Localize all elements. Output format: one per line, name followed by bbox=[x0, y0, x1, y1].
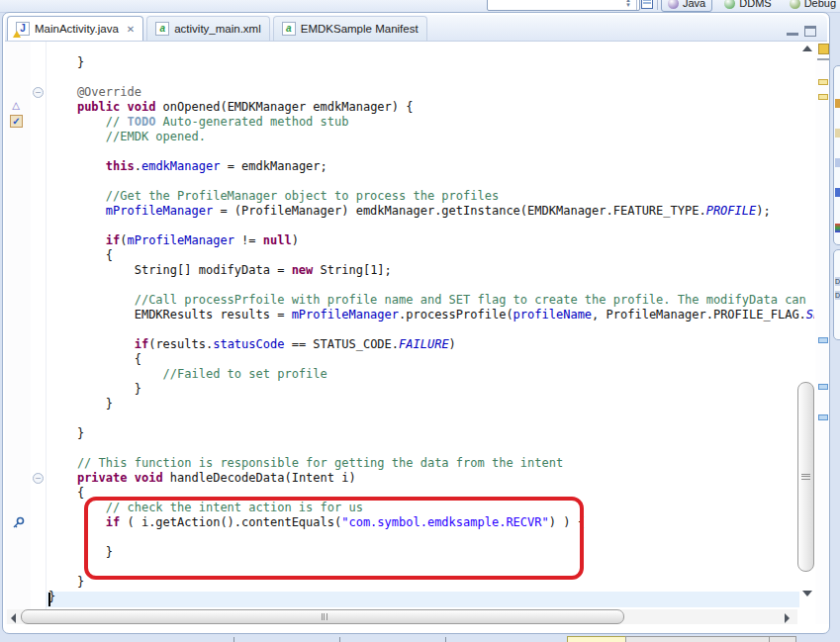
toolbar-separator bbox=[657, 0, 658, 10]
tab-activity-main-xml[interactable]: a activity_main.xml bbox=[146, 16, 270, 41]
code-line: } bbox=[48, 397, 814, 412]
code-line bbox=[48, 322, 814, 337]
status-separator bbox=[233, 637, 234, 642]
code-line: //Failed to set profile bbox=[48, 367, 814, 382]
warning-overview-marker-icon[interactable] bbox=[818, 79, 828, 85]
collapsed-view-bar: D D bbox=[833, 12, 840, 634]
fold-collapse-icon[interactable]: – bbox=[33, 473, 44, 484]
code-line: } bbox=[48, 590, 814, 604]
view-icon[interactable] bbox=[835, 188, 840, 197]
code-line: { bbox=[48, 352, 814, 367]
code-line: //EMDK opened. bbox=[48, 130, 814, 144]
open-perspective-icon[interactable] bbox=[641, 0, 653, 9]
perspective-icon bbox=[724, 0, 735, 9]
toolbar-separator bbox=[636, 0, 637, 10]
horizontal-scrollbar bbox=[7, 609, 797, 624]
info-overview-marker-icon[interactable] bbox=[818, 384, 828, 390]
perspective-button-java[interactable]: Java bbox=[661, 0, 712, 12]
minimize-view-button[interactable] bbox=[786, 26, 799, 37]
code-line bbox=[48, 278, 814, 293]
code-line: //Get the ProfileManager object to proce… bbox=[48, 189, 814, 204]
warning-overlay-icon bbox=[13, 31, 21, 38]
code-line: { bbox=[48, 248, 814, 263]
perspective-switcher: JavaDDMSDebug bbox=[661, 0, 840, 12]
overview-divider bbox=[817, 58, 829, 60]
android-xml-icon: a bbox=[282, 22, 296, 36]
tab-label: activity_main.xml bbox=[174, 23, 261, 35]
overview-status-icon[interactable] bbox=[818, 44, 829, 54]
code-line: } bbox=[48, 382, 814, 397]
view-icon[interactable]: D bbox=[835, 277, 840, 286]
tab-label: EMDKSample Manifest bbox=[301, 23, 419, 35]
close-icon[interactable]: ✕ bbox=[127, 24, 135, 35]
key-marker-icon[interactable] bbox=[10, 516, 26, 532]
perspective-icon bbox=[790, 0, 800, 9]
code-line: if(mProfileManager != null) bbox=[48, 233, 814, 248]
scroll-down-arrow[interactable] bbox=[802, 591, 812, 596]
code-line: @Override bbox=[48, 85, 814, 100]
code-line: public void onOpened(EMDKManager emdkMan… bbox=[48, 100, 814, 115]
code-editor-viewport[interactable]: } @Override public void onOpened(EMDKMan… bbox=[47, 42, 814, 607]
fold-collapse-icon[interactable]: – bbox=[33, 87, 44, 98]
scroll-right-arrow[interactable] bbox=[785, 613, 790, 623]
code-line bbox=[48, 174, 814, 189]
code-line: // This function is responsible for gett… bbox=[48, 456, 814, 471]
code-line: } bbox=[48, 55, 814, 70]
task-marker-icon[interactable]: ✓ bbox=[10, 115, 23, 128]
code-line: private void handleDecodeData(Intent i) bbox=[48, 471, 814, 486]
code-line bbox=[48, 412, 814, 426]
code-line: this.emdkManager = emdkManager; bbox=[48, 159, 814, 174]
android-xml-icon: a bbox=[155, 22, 169, 36]
perspective-label: DDMS bbox=[739, 0, 771, 9]
code-line: if(results.statusCode == STATUS_CODE.FAI… bbox=[48, 337, 814, 352]
code-line: } bbox=[48, 426, 814, 441]
search-spinner[interactable]: ▲▼ bbox=[624, 0, 632, 10]
code-line bbox=[48, 219, 814, 233]
horizontal-scrollbar-thumb[interactable] bbox=[21, 609, 624, 624]
view-icon[interactable] bbox=[835, 129, 840, 138]
heap-status bbox=[567, 636, 626, 642]
perspective-button-ddms[interactable]: DDMS bbox=[718, 0, 777, 11]
tab-emdksample-manifest[interactable]: a EMDKSample Manifest bbox=[273, 16, 427, 41]
scroll-up-arrow[interactable] bbox=[802, 46, 812, 51]
view-icon[interactable] bbox=[835, 158, 840, 167]
warning-overview-marker-icon[interactable] bbox=[818, 94, 828, 100]
status-separator bbox=[339, 637, 340, 642]
status-bar-fragment bbox=[0, 634, 840, 642]
tab-mainactivity-java[interactable]: J MainActivity.java ✕ bbox=[7, 16, 143, 41]
view-icon[interactable]: D bbox=[835, 291, 840, 300]
code-line: String[] modifyData = new String[1]; bbox=[48, 263, 814, 278]
maximize-view-button[interactable] bbox=[803, 26, 817, 37]
status-box bbox=[769, 636, 796, 642]
code-line bbox=[48, 441, 814, 456]
editor-body: △ ✓ – – } @Override public void onOpened… bbox=[5, 42, 829, 624]
editor-panel: J MainActivity.java ✕ a activity_main.xm… bbox=[2, 12, 830, 634]
view-icon[interactable] bbox=[835, 99, 840, 108]
perspective-button-debug[interactable]: Debug bbox=[784, 0, 840, 11]
folding-ruler: – – bbox=[31, 42, 47, 624]
collapsed-view-group bbox=[833, 65, 840, 245]
status-box bbox=[625, 636, 770, 642]
override-marker-icon[interactable]: △ bbox=[8, 99, 24, 115]
info-overview-marker-icon[interactable] bbox=[818, 337, 828, 343]
view-icon[interactable] bbox=[835, 224, 840, 232]
code-line: //Call processPrfoile with profile name … bbox=[48, 293, 814, 308]
scroll-left-arrow[interactable] bbox=[11, 613, 16, 623]
code-line: mProfileManager = (ProfileManager) emdkM… bbox=[48, 204, 814, 219]
perspective-label: Debug bbox=[804, 0, 836, 9]
editor-tab-bar: J MainActivity.java ✕ a activity_main.xm… bbox=[5, 15, 827, 42]
java-file-warning-icon: J bbox=[16, 22, 30, 36]
code-line bbox=[48, 144, 814, 159]
tab-label: MainActivity.java bbox=[35, 23, 119, 35]
code-line: // TODO Auto-generated method stub bbox=[48, 115, 814, 130]
overview-ruler bbox=[815, 42, 829, 624]
search-input[interactable] bbox=[487, 0, 640, 11]
vertical-scrollbar-thumb[interactable] bbox=[797, 382, 814, 572]
status-separator bbox=[445, 637, 446, 642]
text-caret bbox=[48, 593, 50, 606]
highlight-annotation bbox=[84, 497, 584, 580]
info-overview-marker-icon[interactable] bbox=[818, 414, 828, 420]
code-line bbox=[48, 604, 814, 607]
perspective-icon bbox=[668, 0, 679, 9]
annotation-ruler: △ ✓ bbox=[5, 42, 31, 624]
